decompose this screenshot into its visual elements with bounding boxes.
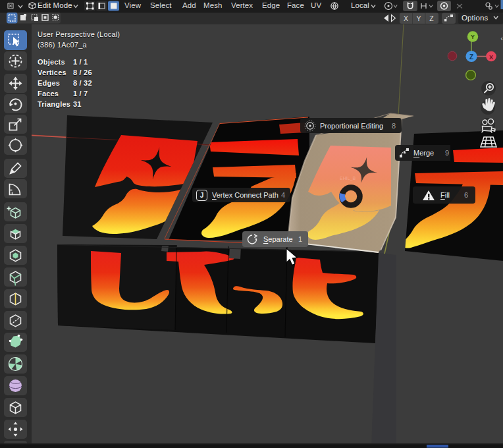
svg-text:Z: Z — [469, 53, 473, 61]
svg-text:X: X — [404, 14, 408, 22]
svg-text:‹: ‹ — [500, 34, 503, 42]
svg-text:EHIL_B: EHIL_B — [340, 176, 356, 181]
svg-text:Y: Y — [416, 14, 421, 22]
svg-text:X: X — [489, 54, 493, 61]
svg-text:Y: Y — [471, 34, 475, 40]
svg-text:Z: Z — [429, 14, 434, 22]
